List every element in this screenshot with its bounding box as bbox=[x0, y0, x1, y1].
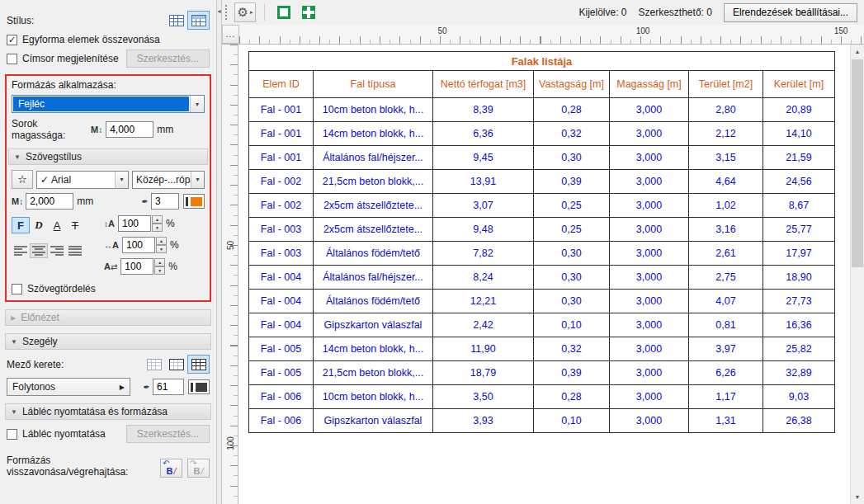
encoding-select[interactable]: Közép-...rópai ▾ bbox=[132, 171, 205, 189]
column-header[interactable]: Kerület [m] bbox=[763, 71, 835, 98]
table-cell[interactable]: Fal - 003 bbox=[249, 218, 314, 242]
table-cell[interactable]: 14,10 bbox=[763, 122, 835, 146]
table-cell[interactable]: 8,39 bbox=[433, 98, 534, 122]
table-cell[interactable]: 6,26 bbox=[689, 361, 763, 385]
table-cell[interactable]: Fal - 001 bbox=[249, 122, 314, 146]
table-cell[interactable]: 2x5cm átszellőztete... bbox=[314, 218, 433, 242]
table-cell[interactable]: 9,03 bbox=[763, 385, 835, 409]
table-cell[interactable]: 9,45 bbox=[433, 146, 534, 170]
spacing-factor-stepper[interactable]: ▲▼ bbox=[154, 258, 165, 275]
table-cell[interactable]: 2,75 bbox=[689, 266, 763, 290]
table-cell[interactable]: Általános fal/héjszer... bbox=[314, 266, 433, 290]
underline-button[interactable]: A bbox=[48, 217, 66, 233]
table-cell[interactable]: 6,36 bbox=[433, 122, 534, 146]
table-cell[interactable]: 0,30 bbox=[534, 242, 610, 266]
table-cell[interactable]: 1,17 bbox=[689, 385, 763, 409]
layout-settings-button[interactable]: Elrendezések beállításai... bbox=[724, 3, 857, 22]
table-cell[interactable]: 3,97 bbox=[689, 337, 763, 361]
spin-up-icon[interactable]: ▲ bbox=[156, 237, 167, 245]
border-pen-color-swatch[interactable] bbox=[188, 379, 210, 394]
table-cell[interactable]: 0,28 bbox=[534, 385, 610, 409]
column-header[interactable]: Fal típusa bbox=[314, 71, 433, 98]
table-style-header-button[interactable] bbox=[187, 11, 210, 30]
text-pen-color-swatch[interactable] bbox=[183, 194, 205, 209]
line-type-dropdown[interactable]: Folytonos ▶ bbox=[7, 378, 130, 396]
align-left-button[interactable] bbox=[12, 243, 30, 258]
border-pen-input[interactable] bbox=[153, 379, 184, 395]
table-cell[interactable]: 0,10 bbox=[534, 409, 610, 433]
table-cell[interactable]: 3,15 bbox=[689, 146, 763, 170]
table-cell[interactable]: 3,16 bbox=[689, 218, 763, 242]
table-cell[interactable]: Gipszkarton válaszfal bbox=[314, 409, 433, 433]
layout-canvas[interactable]: Falak listája Elem IDFal típusaNettó tér… bbox=[238, 45, 850, 504]
table-cell[interactable]: 18,90 bbox=[763, 266, 835, 290]
table-cell[interactable]: 1,31 bbox=[689, 409, 763, 433]
table-cell[interactable]: 0,28 bbox=[534, 98, 610, 122]
table-cell[interactable]: 4,64 bbox=[689, 170, 763, 194]
border-none-button[interactable] bbox=[143, 355, 165, 374]
toolbar-grip[interactable] bbox=[225, 5, 228, 20]
table-cell[interactable]: Gipszkarton válaszfal bbox=[314, 313, 433, 337]
title-checkbox[interactable] bbox=[7, 54, 17, 64]
collapse-panel-icon[interactable]: ◄ bbox=[216, 8, 222, 504]
table-cell[interactable]: 14cm beton blokk, h... bbox=[314, 122, 433, 146]
table-cell[interactable]: 3,000 bbox=[610, 385, 689, 409]
table-cell[interactable]: 18,79 bbox=[433, 361, 534, 385]
table-cell[interactable]: 10cm beton blokk, h... bbox=[314, 98, 433, 122]
align-right-button[interactable] bbox=[48, 243, 66, 258]
table-cell[interactable]: 8,67 bbox=[763, 194, 835, 218]
table-cell[interactable]: 0,10 bbox=[534, 313, 610, 337]
border-section-bar[interactable]: ▼ Szegély bbox=[5, 333, 211, 350]
table-cell[interactable]: 0,81 bbox=[689, 313, 763, 337]
text-height-input[interactable] bbox=[26, 193, 73, 210]
panel-splitter[interactable]: ◄ bbox=[216, 0, 222, 504]
textstyle-section-bar[interactable]: ▼ Szövegstílus bbox=[8, 148, 208, 165]
column-header[interactable]: Magasság [m] bbox=[610, 71, 689, 98]
table-cell[interactable]: 9,48 bbox=[433, 218, 534, 242]
table-cell[interactable]: 3,000 bbox=[610, 266, 689, 290]
wrap-checkbox[interactable] bbox=[12, 284, 22, 294]
line-spacing-input[interactable] bbox=[118, 215, 151, 232]
table-title[interactable]: Falak listája bbox=[249, 52, 835, 71]
merge-checkbox[interactable]: ✓ bbox=[7, 35, 17, 45]
table-cell[interactable]: 10cm beton blokk, h... bbox=[314, 385, 433, 409]
font-select[interactable]: ✓Arial ▾ bbox=[36, 171, 129, 189]
table-frame-tool-button[interactable] bbox=[273, 2, 295, 22]
footer-section-bar[interactable]: ▼ Lábléc nyomtatása és formázása bbox=[5, 403, 211, 420]
chevron-down-icon[interactable]: ▾ bbox=[191, 172, 204, 188]
table-cell[interactable]: 4,07 bbox=[689, 290, 763, 313]
table-cell[interactable]: Fal - 005 bbox=[249, 361, 314, 385]
table-cell[interactable]: 7,82 bbox=[433, 242, 534, 266]
column-header[interactable]: Nettó térfogat [m3] bbox=[433, 71, 534, 98]
table-cell[interactable]: 2,42 bbox=[433, 313, 534, 337]
border-full-button[interactable] bbox=[187, 355, 210, 374]
table-cell[interactable]: 3,000 bbox=[610, 409, 689, 433]
table-cell[interactable]: 0,30 bbox=[534, 290, 610, 313]
table-cell[interactable]: Fal - 006 bbox=[249, 385, 314, 409]
table-cell[interactable]: 0,25 bbox=[534, 218, 610, 242]
table-cell[interactable]: Fal - 006 bbox=[249, 409, 314, 433]
table-cell[interactable]: 21,5cm beton blokk,... bbox=[314, 170, 433, 194]
ruler-options-button[interactable]: ... bbox=[222, 25, 239, 44]
table-cell[interactable]: 20,89 bbox=[763, 98, 835, 122]
table-cell[interactable]: 3,000 bbox=[610, 242, 689, 266]
table-cell[interactable]: Általános fal/héjszer... bbox=[314, 146, 433, 170]
spacing-factor-input[interactable] bbox=[120, 258, 153, 275]
column-header[interactable]: Vastagság [m] bbox=[534, 71, 610, 98]
table-cell[interactable]: 3,000 bbox=[610, 122, 689, 146]
spin-up-icon[interactable]: ▲ bbox=[152, 215, 163, 224]
table-cell[interactable]: 11,90 bbox=[433, 337, 534, 361]
table-handles-tool-button[interactable] bbox=[298, 2, 319, 22]
table-cell[interactable]: 3,000 bbox=[610, 361, 689, 385]
table-cell[interactable]: 14cm beton blokk, h... bbox=[314, 337, 433, 361]
table-cell[interactable]: Fal - 002 bbox=[249, 170, 314, 194]
chevron-down-icon[interactable]: ▾ bbox=[190, 96, 204, 112]
table-cell[interactable]: Fal - 002 bbox=[249, 194, 314, 218]
spin-down-icon[interactable]: ▼ bbox=[152, 224, 163, 232]
table-cell[interactable]: 27,73 bbox=[763, 290, 835, 313]
align-justify-button[interactable] bbox=[66, 243, 84, 258]
table-cell[interactable]: 0,30 bbox=[534, 266, 610, 290]
table-cell[interactable]: 8,24 bbox=[433, 266, 534, 290]
column-header[interactable]: Elem ID bbox=[249, 71, 314, 98]
table-cell[interactable]: 0,39 bbox=[534, 361, 610, 385]
